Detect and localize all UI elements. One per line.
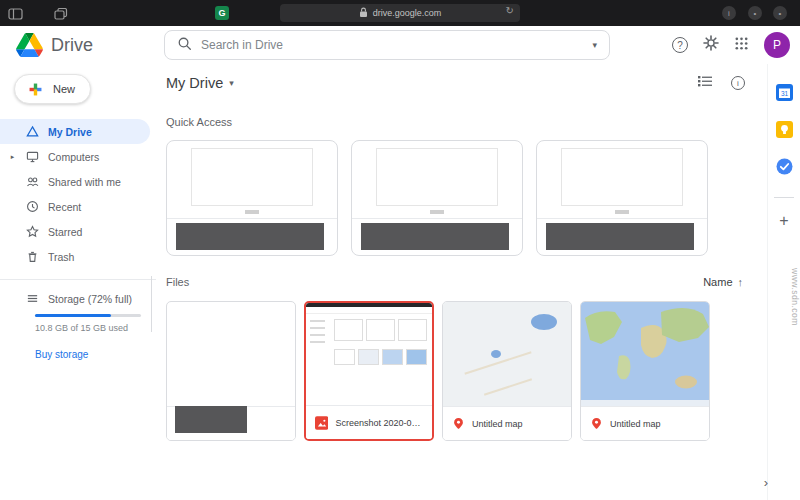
browser-action-icon-1[interactable]: •	[748, 6, 762, 20]
redacted-filename	[546, 223, 694, 250]
search-options-caret-icon[interactable]: ▾	[592, 40, 597, 50]
sidebar-item-label: Recent	[48, 201, 81, 213]
browser-tabs-icon[interactable]	[54, 6, 68, 24]
file-label: Untitled map	[581, 406, 709, 440]
tasks-icon[interactable]	[776, 158, 793, 179]
browser-sidebar-icon[interactable]	[8, 6, 23, 24]
map-pin-icon	[452, 417, 465, 430]
search-bar[interactable]: ▾	[164, 30, 610, 60]
extension-g-icon[interactable]: G	[215, 6, 229, 20]
sidebar-divider	[0, 279, 156, 280]
doc-preview-placeholder	[191, 148, 313, 206]
card-separator	[167, 218, 337, 219]
lock-icon	[359, 7, 368, 20]
expand-panel-chevron-icon[interactable]: ›	[764, 475, 768, 490]
list-view-icon[interactable]	[697, 74, 713, 92]
sort-arrow-up-icon[interactable]: ↑	[738, 276, 744, 288]
sidebar-item-recent[interactable]: Recent	[0, 194, 156, 219]
help-icon[interactable]: ?	[672, 37, 688, 53]
quick-access-card[interactable]	[166, 140, 338, 256]
file-name: Screenshot 2020-06-...	[335, 418, 423, 428]
sidebar-item-starred[interactable]: Starred	[0, 219, 156, 244]
storage-label: Storage (72% full)	[48, 293, 132, 305]
sidebar-item-label: My Drive	[48, 126, 92, 138]
sort-control[interactable]: Name ↑	[703, 276, 757, 288]
storage-progress-fill	[35, 314, 111, 317]
quick-access-card[interactable]	[351, 140, 523, 256]
files-row: Screenshot 2020-06-... Untitled map	[166, 301, 757, 441]
storage-progress-track	[35, 314, 141, 317]
file-preview	[167, 302, 295, 406]
image-file-icon	[315, 416, 328, 430]
settings-gear-icon[interactable]	[703, 35, 719, 55]
expand-icon[interactable]: ▸	[8, 153, 17, 161]
file-card-screenshot[interactable]: Screenshot 2020-06-...	[304, 301, 434, 441]
sidebar-item-computers[interactable]: ▸ Computers	[0, 144, 156, 169]
my-drive-icon	[26, 125, 39, 138]
recent-clock-icon	[26, 200, 39, 213]
refresh-icon[interactable]: ↻	[506, 5, 514, 16]
sidebar-item-my-drive[interactable]: My Drive	[0, 119, 150, 144]
file-card-map-2[interactable]: Untitled map	[580, 301, 710, 441]
redacted-filename	[176, 223, 324, 250]
drive-logo[interactable]: Drive	[0, 33, 93, 57]
svg-text:31: 31	[780, 90, 788, 97]
map-thumbnail	[443, 302, 571, 406]
rail-divider	[774, 197, 794, 198]
file-preview	[306, 303, 432, 405]
storage-icon	[26, 292, 39, 305]
file-label: Untitled map	[443, 406, 571, 440]
files-header: Files Name ↑	[166, 276, 757, 288]
quick-access-row	[166, 140, 757, 256]
file-preview	[581, 302, 709, 406]
view-controls: i	[697, 74, 757, 92]
file-label: Screenshot 2020-06-...	[306, 405, 432, 439]
computers-icon	[26, 150, 39, 163]
file-name: Untitled map	[610, 419, 661, 429]
header-actions: ? P	[672, 26, 790, 64]
sidebar-nav: My Drive ▸ Computers Shared with me Rece…	[0, 119, 156, 269]
sidebar-item-trash[interactable]: Trash	[0, 244, 156, 269]
file-card-redacted[interactable]	[166, 301, 296, 441]
buy-storage-link[interactable]: Buy storage	[35, 349, 156, 360]
browser-action-icon-2[interactable]: •	[773, 6, 787, 20]
sidebar-item-shared-with-me[interactable]: Shared with me	[0, 169, 156, 194]
sidebar-item-label: Computers	[48, 151, 99, 163]
redacted-filename	[361, 223, 509, 250]
trash-icon	[26, 250, 39, 263]
keep-icon[interactable]	[776, 121, 793, 142]
browser-info-icon[interactable]: i	[722, 6, 736, 20]
storage-section: Storage (72% full) 10.8 GB of 15 GB used…	[0, 292, 156, 360]
search-input[interactable]	[201, 38, 583, 52]
doc-preview-placeholder	[376, 148, 498, 206]
storage-divider-line	[151, 276, 152, 332]
sidebar: New My Drive ▸ Computers Shared with me	[0, 64, 156, 500]
details-info-icon[interactable]: i	[731, 76, 745, 90]
preview-caption-mark	[245, 210, 259, 214]
watermark: www.sdn.com	[790, 268, 800, 326]
file-card-map-1[interactable]: Untitled map	[442, 301, 572, 441]
redacted-filename	[175, 406, 247, 433]
storage-used-text: 10.8 GB of 15 GB used	[35, 323, 156, 333]
storage-row[interactable]: Storage (72% full)	[8, 292, 156, 305]
preview-caption-mark	[615, 210, 629, 214]
breadcrumb-caret-icon[interactable]: ▾	[229, 78, 234, 88]
star-icon	[26, 225, 39, 238]
world-map-thumbnail	[581, 302, 709, 406]
address-bar[interactable]: drive.google.com ↻	[280, 4, 520, 22]
apps-grid-icon[interactable]	[734, 36, 749, 55]
breadcrumb-my-drive[interactable]: My Drive ▾	[166, 75, 234, 91]
page-title: My Drive	[166, 75, 223, 91]
add-addon-icon[interactable]: +	[779, 214, 788, 228]
doc-preview-placeholder	[561, 148, 683, 206]
map-pin-icon	[590, 417, 603, 430]
quick-access-card[interactable]	[536, 140, 708, 256]
screenshot-thumbnail	[306, 303, 432, 405]
card-separator	[537, 218, 707, 219]
new-button[interactable]: New	[14, 74, 91, 104]
new-button-label: New	[53, 83, 75, 95]
calendar-icon[interactable]: 31	[776, 84, 793, 105]
new-plus-icon	[27, 81, 44, 98]
screen: G drive.google.com ↻ i • • Drive	[0, 0, 800, 500]
avatar[interactable]: P	[764, 32, 790, 58]
